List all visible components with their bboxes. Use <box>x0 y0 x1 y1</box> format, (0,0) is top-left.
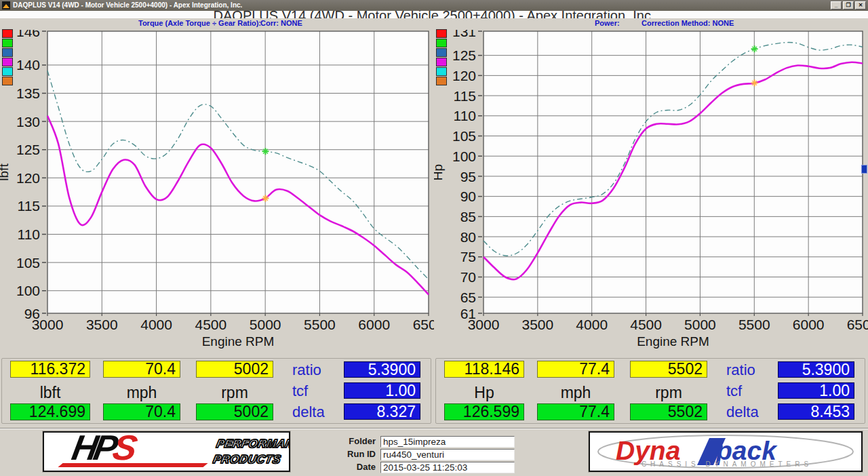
delta-label: delta <box>292 403 325 421</box>
minimize-button[interactable]: _ <box>831 1 842 9</box>
legend-swatch-0[interactable] <box>2 29 13 38</box>
hps-letters-hp: HP <box>69 431 117 467</box>
svg-text:5000: 5000 <box>684 317 716 332</box>
svg-text:125: 125 <box>16 142 40 157</box>
svg-text:61: 61 <box>460 306 476 321</box>
hps-logo: HPS PERFORMANCE PRODUCTS <box>43 431 290 472</box>
svg-text:95: 95 <box>460 169 476 184</box>
svg-text:105: 105 <box>16 255 40 271</box>
svg-text:96: 96 <box>24 306 40 321</box>
tcf-label: tcf <box>726 382 742 400</box>
svg-text:140: 140 <box>16 57 40 73</box>
svg-text:4500: 4500 <box>630 317 662 332</box>
hps-tagline-line1: PERFORMANCE <box>215 436 290 452</box>
restore-button[interactable]: ❐ <box>843 1 854 9</box>
power-cursor-value: 118.146 <box>444 361 524 378</box>
runid-input[interactable] <box>380 449 515 460</box>
power-chart[interactable]: 3000350040004500500055006000650013112512… <box>434 30 868 351</box>
runid-label: Run ID <box>292 448 380 460</box>
folder-input[interactable] <box>380 436 515 448</box>
svg-text:131: 131 <box>452 30 476 39</box>
svg-text:5500: 5500 <box>304 317 336 332</box>
ratio-value: 5.3900 <box>778 361 854 378</box>
run-color-legend-left <box>2 29 13 86</box>
date-input[interactable] <box>380 462 515 473</box>
dynapack-subtitle: CHASSIS DYNAMOMETERS <box>642 460 812 468</box>
delta-value: 8.453 <box>778 403 854 420</box>
svg-text:80: 80 <box>460 229 476 245</box>
svg-text:115: 115 <box>18 198 40 214</box>
speed-reference-value: 77.4 <box>537 403 614 420</box>
torque-readout-panel: 116.372 70.4 5002 lbft mph rpm 124.699 7… <box>1 358 431 424</box>
svg-text:120: 120 <box>16 170 40 186</box>
hps-tagline-line2: PRODUCTS <box>212 452 290 467</box>
svg-text:135: 135 <box>16 85 40 101</box>
legend-swatch-0[interactable] <box>436 29 447 38</box>
svg-text:70: 70 <box>460 269 476 285</box>
chart-caption-bar: Torque (Axle Torque ÷ Gear Ratio): Corr:… <box>0 18 868 29</box>
svg-text:4000: 4000 <box>140 317 172 332</box>
speed-cursor-value: 77.4 <box>537 361 614 378</box>
power-chart-title: Power: <box>595 19 620 27</box>
svg-text:lbft: lbft <box>0 163 11 181</box>
svg-text:6500: 6500 <box>847 317 868 332</box>
torque-chart[interactable]: 3000350040004500500055006000650014614013… <box>0 30 434 351</box>
svg-text:4500: 4500 <box>195 317 226 332</box>
ratio-label: ratio <box>726 361 755 379</box>
svg-text:120: 120 <box>452 68 476 83</box>
folder-label: Folder <box>292 435 380 447</box>
splitter-handle[interactable] <box>861 165 867 174</box>
torque-cursor-value: 116.372 <box>10 361 90 378</box>
run-color-legend-right <box>436 29 447 86</box>
torque-chart-title: Torque (Axle Torque ÷ Gear Ratio): <box>138 19 261 27</box>
torque-reference-value: 124.699 <box>10 403 90 420</box>
rpm-cursor-value: 5502 <box>630 361 707 378</box>
svg-text:5000: 5000 <box>250 317 281 332</box>
legend-swatch-5[interactable] <box>436 77 447 85</box>
rpm-cursor-value: 5002 <box>196 361 273 378</box>
dynapack-logo-art: Dyna pack CHASSIS DYNAMOMETERS <box>590 433 861 471</box>
ratio-label: ratio <box>292 361 321 379</box>
date-field-row: Date <box>292 461 515 473</box>
legend-swatch-1[interactable] <box>436 39 447 47</box>
svg-text:Hp: Hp <box>434 164 445 180</box>
power-correction-status: Correction Method: NONE <box>642 19 734 27</box>
legend-swatch-2[interactable] <box>436 48 447 57</box>
svg-text:110: 110 <box>454 108 476 123</box>
legend-swatch-3[interactable] <box>2 58 13 66</box>
legend-swatch-3[interactable] <box>436 58 447 66</box>
svg-text:130: 130 <box>16 114 40 130</box>
speed-reference-value: 70.4 <box>103 403 180 420</box>
legend-swatch-4[interactable] <box>436 67 447 76</box>
svg-text:100: 100 <box>16 283 40 298</box>
folder-field-row: Folder <box>292 435 515 448</box>
svg-text:75: 75 <box>460 249 476 264</box>
svg-text:125: 125 <box>452 47 476 63</box>
rpm-unit-label: rpm <box>196 384 273 401</box>
legend-swatch-4[interactable] <box>2 67 13 76</box>
svg-text:5500: 5500 <box>738 317 770 332</box>
app-icon <box>2 1 10 9</box>
power-readout-panel: 118.146 77.4 5502 Hp mph rpm 126.599 77.… <box>435 358 865 424</box>
legend-swatch-5[interactable] <box>2 77 13 85</box>
footer-bar: HPS PERFORMANCE PRODUCTS Folder Run ID D… <box>0 429 868 476</box>
svg-text:100: 100 <box>452 148 476 164</box>
window-title: DAQPLUS V14 (4WD - Motor Vehicle 2500+40… <box>13 0 242 11</box>
rpm-reference-value: 5502 <box>630 403 707 420</box>
rpm-reference-value: 5002 <box>196 403 273 420</box>
rpm-unit-label: rpm <box>630 384 707 401</box>
close-button[interactable]: ✕ <box>855 1 866 9</box>
torque-correction-status: Corr: NONE <box>260 19 302 27</box>
speed-unit-label: mph <box>103 384 180 401</box>
date-label: Date <box>292 461 380 473</box>
legend-swatch-2[interactable] <box>2 48 13 57</box>
legend-swatch-1[interactable] <box>2 39 13 47</box>
power-reference-value: 126.599 <box>444 403 524 420</box>
svg-text:6000: 6000 <box>793 317 825 332</box>
svg-text:6000: 6000 <box>358 317 390 332</box>
runid-field-row: Run ID <box>292 448 515 460</box>
svg-text:115: 115 <box>454 88 476 104</box>
svg-text:4000: 4000 <box>576 317 608 332</box>
svg-text:Engine RPM: Engine RPM <box>637 334 709 349</box>
power-unit-label: Hp <box>444 384 524 401</box>
